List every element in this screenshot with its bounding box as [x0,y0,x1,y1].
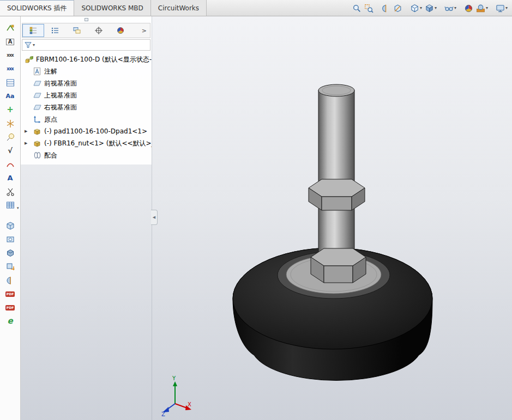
propertymanager-tab[interactable] [44,24,66,37]
tree-item-label: (-) FBR16_nut<1> (默认<<默认>_ [44,139,152,148]
spell-check-icon[interactable]: Aa [2,89,19,103]
plane-icon [33,91,42,100]
3d-pdf-icon[interactable] [2,219,19,233]
edit-appearance-icon [464,4,473,13]
surface-finish-icon[interactable]: √ [2,144,19,157]
save-as-pdf-icon[interactable]: PDF [2,287,19,301]
tab-solidworks-addins[interactable]: SOLIDWORKS 插件 [0,0,74,16]
property-list-icon [51,26,59,35]
section-view-icon [381,4,390,13]
balloon-icon[interactable] [2,130,19,144]
tree-item-label: 前视基准面 [44,79,77,88]
tables-icon[interactable]: ▾ [2,198,19,212]
datum-feature-icon[interactable]: A [2,35,19,48]
export-model-icon[interactable] [2,260,19,273]
display-style-button[interactable]: ▾ [424,3,438,14]
tree-filter-input[interactable] [35,41,148,50]
zoom-to-area-button[interactable] [363,3,375,14]
collapse-arrow-icon: ◀ [153,215,155,220]
tree-row-assembly-root[interactable]: FBRM100-16-100-D (默认<显示状态- [21,53,152,65]
zoom-to-fit-icon [352,4,362,13]
plane-icon [33,103,42,112]
tree-row-component-pad[interactable]: ▶ (-) pad1100-16-100-Dpad1<1> [21,125,152,137]
display-color-ball-icon [116,26,125,35]
tab-circuitworks[interactable]: CircuitWorks [151,0,207,16]
tree-row-mates[interactable]: 配合 [21,149,152,161]
tree-row-front-plane[interactable]: 前视基准面 [21,77,152,89]
tab-solidworks-mbd[interactable]: SOLIDWORKS MBD [74,0,150,16]
zoom-to-fit-button[interactable] [351,3,363,14]
view-settings-button[interactable]: ▾ [495,3,509,14]
tree-row-component-nut[interactable]: ▶ (-) FBR16_nut<1> (默认<<默认>_ [21,137,152,149]
balloon-note-icon[interactable]: xxx [2,48,19,62]
center-mark-icon[interactable]: + [2,103,19,117]
component-icon [33,127,42,136]
tab-label: SOLIDWORKS MBD [81,4,143,12]
panel-collapse-button[interactable]: ◀ [151,210,158,225]
weld-bead-icon[interactable] [2,157,19,171]
display-style-icon [425,4,434,13]
command-manager-bar: SOLIDWORKS 插件 SOLIDWORKS MBD CircuitWork… [0,0,512,16]
3d-drawing-view-button[interactable] [392,3,403,14]
filter-funnel-icon[interactable] [24,41,32,49]
heads-up-view-toolbar: ▾ ▾ ▾ [351,0,509,16]
expand-arrow-icon[interactable]: ▶ [25,141,33,145]
model-stud-top [318,84,354,96]
tab-label: CircuitWorks [158,4,199,12]
solidworks-window: Y X Z ◀ [0,0,512,420]
edit-appearance-button[interactable] [463,3,474,14]
tree-item-label: 配合 [44,151,57,160]
stacked-balloon-icon[interactable]: xxx [2,62,19,76]
trim-icon[interactable] [2,185,19,198]
view-orientation-button[interactable]: ▾ [409,3,423,14]
dimxpertmanager-tab[interactable] [88,24,110,37]
dropdown-caret-icon: ▾ [420,6,422,10]
save-as-pdf-alt-icon[interactable]: PDF [2,301,19,314]
revision-table-icon[interactable] [2,76,19,89]
hatch-pattern-icon[interactable] [2,117,19,130]
panel-tab-overflow-button[interactable]: > [138,27,150,34]
dropdown-caret-icon: ▾ [486,6,488,10]
capture-3d-view-icon[interactable] [2,233,19,246]
configurationmanager-tab[interactable] [66,24,88,37]
chevron-right-icon: > [142,27,147,34]
section-tool-icon[interactable] [2,273,19,287]
featuremanager-tab-bar: > [22,23,150,38]
edrawings-icon[interactable]: e [2,314,19,328]
tree-row-top-plane[interactable]: 上视基准面 [21,89,152,101]
model-lower-hex-nut [311,248,366,283]
tree-row-annotations[interactable]: 注解 [21,65,152,77]
annotation-toolbar: A xxx xxx Aa + √ A [0,16,21,420]
weld-symbol-tool-icon[interactable] [2,21,19,35]
displaymanager-tab[interactable] [110,24,131,37]
model-view-icon[interactable] [2,246,19,260]
model-middle-hex-nut [309,179,365,210]
mates-icon [33,151,42,160]
tree-row-origin[interactable]: 原点 [21,113,152,125]
apply-scene-icon [476,4,485,13]
triad-z-label: Z [161,411,165,417]
featuremanager-design-tree-tab[interactable] [22,24,44,37]
view-orientation-icon [410,4,419,13]
dropdown-caret-icon: ▾ [454,6,456,10]
annotations-icon [33,67,42,76]
panel-drag-handle[interactable] [21,16,152,23]
dropdown-caret-icon: ▾ [505,6,508,10]
expand-arrow-icon[interactable]: ▶ [25,129,33,133]
triad-y-label: Y [172,375,176,381]
tree-row-right-plane[interactable]: 右视基准面 [21,101,152,113]
apply-scene-button[interactable]: ▾ [475,3,489,14]
featuremanager-panel: > ▾ [21,16,152,165]
dimxpert-crosshair-icon [94,26,103,35]
note-icon[interactable]: A [2,171,19,185]
view-settings-icon [496,4,505,13]
dropdown-caret-icon: ▾ [435,6,437,10]
orientation-triad: Y X Z [161,375,191,417]
component-icon [33,139,42,148]
hide-show-items-button[interactable]: ▾ [443,3,457,14]
hide-show-items-icon [444,4,454,13]
tree-item-label: FBRM100-16-100-D (默认<显示状态- [36,55,152,64]
section-view-button[interactable] [380,3,391,14]
triad-x-label: X [188,401,191,407]
feature-tree: FBRM100-16-100-D (默认<显示状态- 注解 [21,51,152,161]
